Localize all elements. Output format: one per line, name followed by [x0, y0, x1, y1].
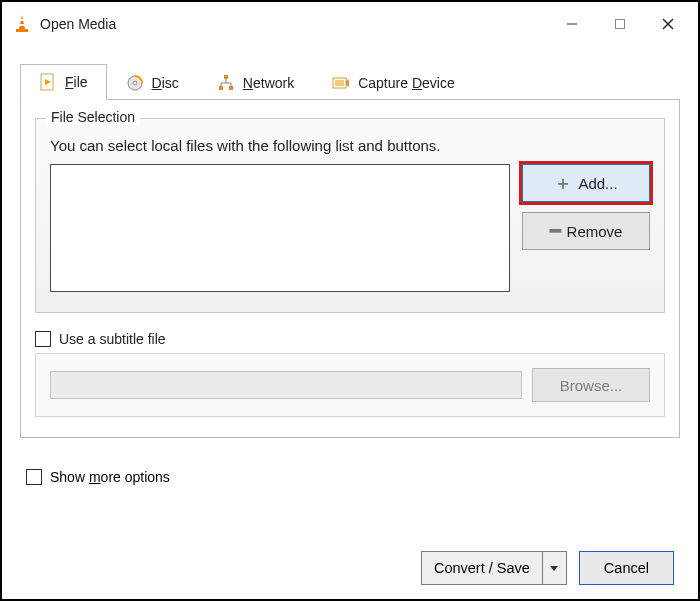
remove-button[interactable]: ━ Remove: [522, 212, 650, 250]
add-button-label: Add...: [578, 175, 617, 192]
svg-point-11: [133, 81, 137, 85]
close-button[interactable]: [644, 4, 692, 44]
remove-button-label: Remove: [567, 223, 623, 240]
tab-capture-device[interactable]: Capture Device: [313, 64, 474, 100]
svg-rect-5: [616, 20, 625, 29]
tab-disc[interactable]: Disc: [107, 64, 198, 100]
convert-save-button[interactable]: Convert / Save: [421, 551, 567, 585]
svg-rect-2: [18, 24, 26, 26]
subtitle-browse-button: Browse...: [532, 368, 650, 402]
tab-label: File: [65, 74, 88, 90]
tab-label: Disc: [152, 75, 179, 91]
dialog-footer: Convert / Save Cancel: [421, 551, 674, 585]
tab-label: Capture Device: [358, 75, 455, 91]
tab-bar: File Disc Network Capture Device: [2, 46, 698, 100]
tab-content: File Selection You can select local file…: [20, 99, 680, 438]
file-selection-group: File Selection You can select local file…: [35, 118, 665, 313]
svg-rect-16: [335, 80, 344, 86]
minus-icon: ━: [550, 222, 561, 240]
svg-rect-14: [229, 86, 233, 90]
show-more-label: Show more options: [50, 469, 170, 485]
convert-save-dropdown[interactable]: [543, 551, 567, 585]
disc-icon: [126, 74, 144, 92]
file-selection-help: You can select local files with the foll…: [50, 137, 650, 154]
svg-marker-0: [19, 15, 25, 29]
svg-rect-1: [19, 19, 25, 21]
svg-marker-18: [550, 566, 558, 571]
vlc-cone-icon: [12, 14, 32, 34]
tab-label: Network: [243, 75, 294, 91]
tab-file[interactable]: File: [20, 64, 107, 100]
file-icon: [39, 73, 57, 91]
file-list[interactable]: [50, 164, 510, 292]
maximize-button[interactable]: [596, 4, 644, 44]
add-button[interactable]: ＋ Add...: [522, 164, 650, 202]
cancel-button[interactable]: Cancel: [579, 551, 674, 585]
title-bar: Open Media: [2, 2, 698, 46]
svg-rect-3: [16, 29, 28, 32]
window-title: Open Media: [40, 16, 116, 32]
subtitle-checkbox-label: Use a subtitle file: [59, 331, 166, 347]
subtitle-panel: Browse...: [35, 353, 665, 417]
svg-rect-13: [219, 86, 223, 90]
file-selection-legend: File Selection: [46, 109, 140, 125]
network-icon: [217, 74, 235, 92]
capture-icon: [332, 74, 350, 92]
minimize-button[interactable]: [548, 4, 596, 44]
svg-rect-12: [224, 75, 228, 79]
subtitle-checkbox[interactable]: [35, 331, 51, 347]
subtitle-path-input: [50, 371, 522, 399]
plus-icon: ＋: [554, 174, 572, 192]
chevron-down-icon: [549, 563, 559, 573]
tab-network[interactable]: Network: [198, 64, 313, 100]
show-more-checkbox[interactable]: [26, 469, 42, 485]
